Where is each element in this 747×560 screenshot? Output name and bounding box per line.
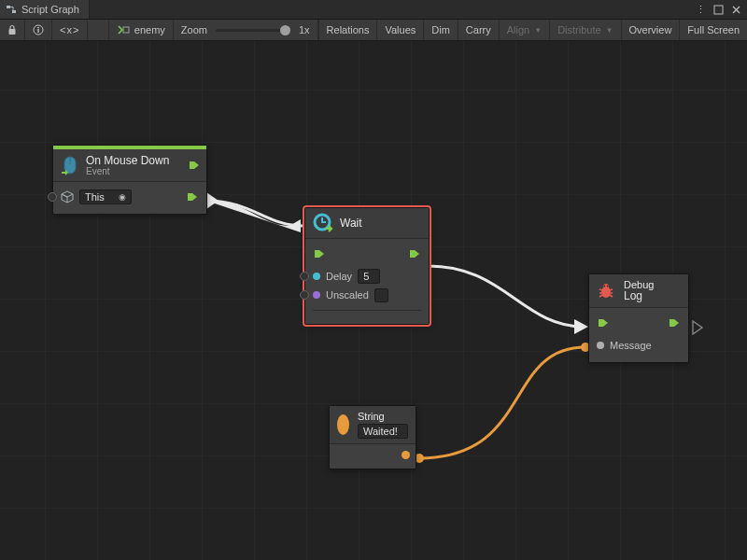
delay-label: Delay xyxy=(326,271,352,282)
fullscreen-button[interactable]: Full Screen xyxy=(680,20,747,40)
svg-rect-2 xyxy=(714,6,723,14)
svg-point-5 xyxy=(37,27,39,29)
chevron-down-icon: ▼ xyxy=(606,26,613,35)
svg-rect-3 xyxy=(9,29,16,35)
svg-rect-6 xyxy=(37,29,38,33)
svg-point-14 xyxy=(603,285,605,287)
node-title: String xyxy=(358,411,385,422)
mouse-event-icon xyxy=(61,154,79,176)
values-button[interactable]: Values xyxy=(377,20,424,40)
lock-icon xyxy=(7,24,17,35)
node-title: Wait xyxy=(340,217,362,230)
flow-in-port[interactable] xyxy=(313,247,326,260)
flow-out-port[interactable] xyxy=(188,159,201,172)
breadcrumb[interactable]: enemy xyxy=(109,20,174,40)
flow-out-port-body[interactable] xyxy=(186,190,199,203)
string-output-port[interactable] xyxy=(402,451,410,459)
wait-icon xyxy=(313,213,333,233)
lock-button[interactable] xyxy=(0,20,25,40)
fullscreen-label: Full Screen xyxy=(687,24,740,35)
relations-button[interactable]: Relations xyxy=(319,20,378,40)
flow-in-port[interactable] xyxy=(597,316,610,329)
delay-input-port[interactable] xyxy=(300,272,309,281)
bug-icon xyxy=(597,282,615,301)
node-title: On Mouse Down xyxy=(86,154,169,167)
target-cube-icon xyxy=(61,190,74,203)
zoom-label: Zoom xyxy=(181,24,207,35)
graph-icon xyxy=(6,4,17,15)
window-title: Script Graph xyxy=(21,4,79,15)
grey-type-dot xyxy=(597,342,604,349)
window-tabbar: Script Graph ⋮ xyxy=(0,0,747,20)
target-picker-icon[interactable]: ◉ xyxy=(119,192,126,202)
unscaled-label: Unscaled xyxy=(326,289,369,301)
values-label: Values xyxy=(385,24,416,35)
node-subtitle: Log xyxy=(624,289,654,302)
svg-rect-1 xyxy=(12,10,16,13)
zoom-value: 1x xyxy=(299,24,310,35)
code-icon: <x> xyxy=(60,24,79,35)
zoom-control[interactable]: Zoom 1x xyxy=(174,20,318,40)
align-dropdown[interactable]: Align▼ xyxy=(500,20,550,40)
unscaled-checkbox[interactable] xyxy=(374,288,388,302)
chevron-down-icon: ▼ xyxy=(534,26,542,35)
breadcrumb-object: enemy xyxy=(134,24,165,35)
purple-type-dot xyxy=(313,291,320,299)
unscaled-input-port[interactable] xyxy=(300,290,309,300)
string-type-icon xyxy=(337,414,349,435)
info-icon xyxy=(33,24,44,35)
svg-rect-0 xyxy=(7,6,10,8)
carry-button[interactable]: Carry xyxy=(458,20,500,40)
graph-canvas[interactable]: On Mouse Down Event This ◉ xyxy=(0,41,747,560)
node-wait[interactable]: Wait Delay 5 Unscaled xyxy=(304,207,430,325)
node-on-mouse-down[interactable]: On Mouse Down Event This ◉ xyxy=(52,145,207,215)
node-debug-log[interactable]: Debug Log Message xyxy=(588,273,689,363)
variables-button[interactable]: <x> xyxy=(52,20,88,40)
distribute-dropdown[interactable]: Distribute▼ xyxy=(550,20,621,40)
carry-label: Carry xyxy=(466,24,491,35)
svg-rect-7 xyxy=(123,27,129,33)
overview-label: Overview xyxy=(629,24,672,35)
node-string[interactable]: String Waited! xyxy=(329,405,416,469)
distribute-label: Distribute xyxy=(557,24,600,35)
target-value: This xyxy=(85,191,105,203)
info-button[interactable] xyxy=(25,20,52,40)
svg-point-15 xyxy=(607,285,609,287)
target-field[interactable]: This ◉ xyxy=(79,189,132,204)
dim-button[interactable]: Dim xyxy=(424,20,458,40)
delay-field[interactable]: 5 xyxy=(358,269,380,284)
zoom-slider-thumb[interactable] xyxy=(280,25,290,35)
zoom-slider[interactable] xyxy=(216,29,290,32)
close-icon[interactable] xyxy=(731,5,741,15)
dim-label: Dim xyxy=(431,24,450,35)
flow-out-port[interactable] xyxy=(408,247,421,260)
graph-toolbar: <x> enemy Zoom 1x Relations Values Dim C… xyxy=(0,20,747,41)
string-value-field[interactable]: Waited! xyxy=(358,424,408,439)
flow-node-icon xyxy=(117,24,130,35)
align-label: Align xyxy=(507,24,529,35)
flow-out-port[interactable] xyxy=(668,316,681,329)
node-subtitle: Event xyxy=(86,166,169,176)
maximize-icon[interactable] xyxy=(713,5,724,15)
overview-button[interactable]: Overview xyxy=(622,20,681,40)
kebab-icon[interactable]: ⋮ xyxy=(696,4,706,16)
message-label: Message xyxy=(610,340,652,351)
input-port[interactable] xyxy=(48,192,57,202)
relations-label: Relations xyxy=(327,24,370,35)
cyan-type-dot xyxy=(313,273,320,280)
window-tab-script-graph[interactable]: Script Graph xyxy=(0,0,90,19)
